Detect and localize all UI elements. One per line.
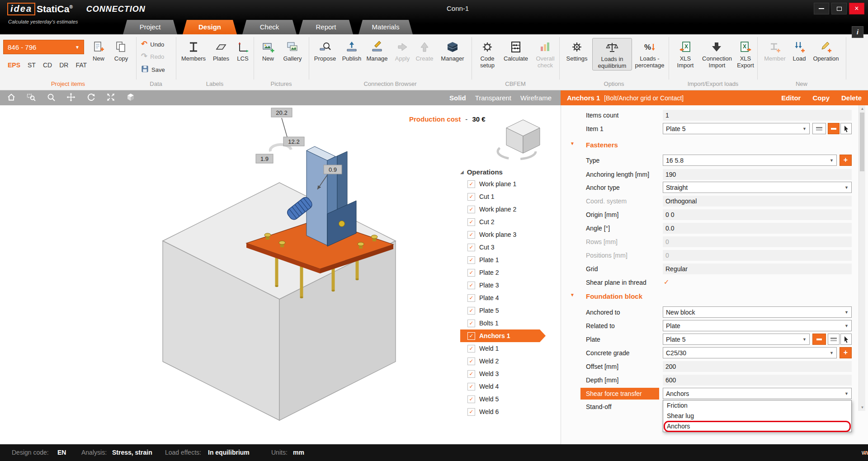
- dropdown-option-shear-lug[interactable]: Shear lug: [663, 411, 851, 421]
- tree-item-plate-5[interactable]: ✓Plate 5: [460, 304, 540, 317]
- connection-import-button[interactable]: Connection Import: [700, 39, 734, 69]
- scroll-down-icon[interactable]: ▼: [859, 405, 866, 409]
- tree-item-bolts-1[interactable]: ✓Bolts 1: [460, 317, 540, 329]
- plate-surface-selected-button[interactable]: [812, 334, 826, 345]
- mode-eps[interactable]: EPS: [8, 61, 20, 69]
- tree-item-work-plane-1[interactable]: ✓Work plane 1: [460, 178, 540, 190]
- plate-dropdown[interactable]: Plate 5 ▼: [663, 334, 810, 345]
- copy-project-item-button[interactable]: Copy: [111, 39, 131, 62]
- check-icon[interactable]: ✓: [467, 345, 475, 353]
- xls-import-button[interactable]: X XLS Import: [674, 39, 697, 69]
- rows-value[interactable]: 0: [663, 236, 852, 247]
- offset-value[interactable]: 200: [663, 361, 852, 372]
- tree-item-cut-3[interactable]: ✓Cut 3: [460, 241, 540, 254]
- tree-item-cut-2[interactable]: ✓Cut 2: [460, 216, 540, 228]
- plates-labels-button[interactable]: Plates: [210, 39, 232, 62]
- grid-value[interactable]: Regular: [663, 263, 852, 274]
- undo-button[interactable]: ↶ Undo: [141, 41, 164, 48]
- check-icon[interactable]: ✓: [467, 282, 475, 289]
- tree-item-plate-2[interactable]: ✓Plate 2: [460, 266, 540, 279]
- members-labels-button[interactable]: Members: [179, 39, 208, 62]
- check-icon[interactable]: ✓: [467, 358, 475, 365]
- gallery-button[interactable]: Gallery: [280, 39, 305, 62]
- new-operation-button[interactable]: Operation: [811, 39, 841, 62]
- check-icon[interactable]: ✓: [467, 193, 475, 201]
- editor-button[interactable]: Editor: [781, 94, 801, 102]
- check-icon[interactable]: ✓: [467, 370, 475, 378]
- anchor-assembly-dropdown[interactable]: 16 5.8 ▼: [663, 155, 837, 166]
- tab-check[interactable]: Check: [242, 20, 297, 34]
- plate-edges-button[interactable]: [828, 334, 840, 345]
- tree-item-plate-4[interactable]: ✓Plate 4: [460, 292, 540, 304]
- check-icon[interactable]: ✓: [467, 231, 475, 239]
- scroll-up-icon[interactable]: ▲: [859, 107, 866, 111]
- loads-percentage-button[interactable]: % Loads - percentage: [632, 39, 667, 69]
- create-button[interactable]: Create: [414, 39, 435, 62]
- tree-item-weld-6[interactable]: ✓Weld 6: [460, 405, 540, 418]
- items-count-value[interactable]: 1: [663, 110, 852, 121]
- mode-dr[interactable]: DR: [59, 61, 68, 69]
- zoom-window-button[interactable]: [25, 92, 37, 104]
- settings-button[interactable]: Settings: [564, 39, 590, 62]
- related-to-dropdown[interactable]: Plate ▼: [663, 320, 852, 331]
- mode-fat[interactable]: FAT: [75, 61, 87, 69]
- section-foundation-block[interactable]: ▼ Foundation block: [561, 290, 868, 303]
- code-setup-button[interactable]: Code setup: [476, 39, 498, 69]
- tab-design[interactable]: Design: [183, 20, 237, 34]
- manage-button[interactable]: Manage: [364, 39, 390, 62]
- tree-item-anchors-1[interactable]: ✓Anchors 1: [460, 329, 540, 342]
- tab-materials[interactable]: Materials: [359, 20, 413, 34]
- shear-plane-checkbox[interactable]: ✓: [664, 276, 670, 288]
- anchoring-length-value[interactable]: 190: [663, 169, 852, 180]
- mode-cd[interactable]: CD: [43, 61, 52, 69]
- tab-report[interactable]: Report: [299, 20, 353, 34]
- rotate-view-button[interactable]: [85, 92, 97, 104]
- delete-operation-button[interactable]: Delete: [841, 94, 862, 102]
- panel-scrollbar[interactable]: ▲ ▼: [859, 105, 865, 411]
- tree-item-cut-1[interactable]: ✓Cut 1: [460, 190, 540, 203]
- section-fasteners[interactable]: ▼ Fasteners: [561, 139, 868, 151]
- check-icon[interactable]: ✓: [467, 206, 475, 213]
- overall-check-button[interactable]: Overall check: [533, 39, 557, 69]
- project-item-selector[interactable]: 846 - 796 ▼: [3, 40, 84, 54]
- tab-project[interactable]: Project: [123, 20, 177, 34]
- shear-force-transfer-dropdown[interactable]: Anchors ▼: [663, 388, 852, 399]
- check-icon[interactable]: ✓: [467, 332, 475, 340]
- pick-in-scene-button[interactable]: [840, 123, 852, 134]
- tree-item-weld-3[interactable]: ✓Weld 3: [460, 367, 540, 380]
- home-view-button[interactable]: [5, 92, 17, 104]
- check-icon[interactable]: ✓: [467, 307, 475, 315]
- tree-item-plate-1[interactable]: ✓Plate 1: [460, 254, 540, 266]
- add-concrete-grade-button[interactable]: +: [840, 347, 852, 358]
- tree-item-weld-1[interactable]: ✓Weld 1: [460, 342, 540, 355]
- tree-item-weld-5[interactable]: ✓Weld 5: [460, 393, 540, 405]
- check-icon[interactable]: ✓: [467, 269, 475, 277]
- new-project-item-button[interactable]: New: [89, 39, 108, 62]
- apply-button[interactable]: Apply: [392, 39, 412, 62]
- check-icon[interactable]: ✓: [467, 180, 475, 188]
- check-icon[interactable]: ✓: [467, 320, 475, 327]
- save-button[interactable]: Save: [141, 65, 165, 74]
- loads-in-equilibrium-toggle[interactable]: Loads in equilibrium: [592, 38, 632, 71]
- calculate-button[interactable]: Calculate: [502, 39, 530, 62]
- render-mode-solid[interactable]: Solid: [449, 94, 466, 102]
- anchor-type-dropdown[interactable]: Straight ▼: [663, 182, 852, 193]
- tree-item-weld-2[interactable]: ✓Weld 2: [460, 355, 540, 367]
- depth-value[interactable]: 600: [663, 375, 852, 386]
- render-mode-wireframe[interactable]: Wireframe: [520, 94, 552, 102]
- manager-button[interactable]: Manager: [439, 39, 467, 62]
- view-cube[interactable]: [495, 114, 552, 166]
- anchored-to-dropdown[interactable]: New block ▼: [663, 306, 852, 318]
- redo-button[interactable]: ↷ Redo: [141, 53, 164, 60]
- coord-system-value[interactable]: Orthogonal: [663, 196, 852, 207]
- plate-edges-button[interactable]: [812, 123, 826, 134]
- new-load-button[interactable]: Load: [790, 39, 808, 62]
- positions-value[interactable]: 0: [663, 250, 852, 261]
- check-icon[interactable]: ✓: [467, 383, 475, 390]
- check-icon[interactable]: ✓: [467, 408, 475, 416]
- new-picture-button[interactable]: New: [259, 39, 278, 62]
- tree-item-work-plane-3[interactable]: ✓Work plane 3: [460, 228, 540, 241]
- render-mode-transparent[interactable]: Transparent: [475, 94, 511, 102]
- info-button[interactable]: i: [852, 26, 863, 38]
- add-anchor-type-button[interactable]: +: [840, 155, 852, 166]
